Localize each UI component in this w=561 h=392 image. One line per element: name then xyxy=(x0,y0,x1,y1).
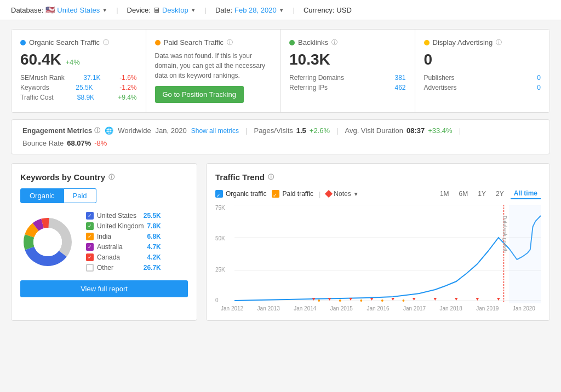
1y-button[interactable]: 1Y xyxy=(474,188,489,199)
backlinks-dot xyxy=(289,40,295,45)
organic-search-card: Organic Search Traffic ⓘ 60.4K +4% SEMru… xyxy=(12,30,146,112)
svg-point-24 xyxy=(381,299,383,302)
paid-toggle-button[interactable]: Paid xyxy=(64,188,96,203)
india-value: 6.8K xyxy=(147,233,161,240)
info-icon[interactable]: ⓘ xyxy=(227,38,233,47)
date-selector[interactable]: Date: Feb 28, 2020 ▼ xyxy=(215,6,284,14)
2y-button[interactable]: 2Y xyxy=(493,188,507,199)
info-icon[interactable]: ⓘ xyxy=(103,38,109,47)
stat-row-publishers: Publishers 0 xyxy=(424,74,541,82)
engagement-bar: Engagement Metrics ⓘ 🌐 Worldwide Jan, 20… xyxy=(11,119,550,154)
donut-svg xyxy=(20,215,75,269)
avg-visit-value: 08:37 xyxy=(407,126,425,135)
australia-checkbox[interactable] xyxy=(86,243,94,251)
uk-checkbox[interactable] xyxy=(86,222,94,230)
date-value[interactable]: Feb 28, 2020 xyxy=(234,6,277,14)
traffic-cost-val: $8.9K xyxy=(77,94,94,101)
country-legend: United States 25.5K United Kingdom 7.8K … xyxy=(86,212,161,272)
database-value[interactable]: United States xyxy=(57,6,100,14)
all-time-button[interactable]: All time xyxy=(511,188,541,199)
other-value: 26.7K xyxy=(144,264,161,272)
svg-marker-12 xyxy=(328,298,331,301)
organic-toggle-button[interactable]: Organic xyxy=(20,188,64,203)
semrush-change: -1.6% xyxy=(119,74,136,82)
highlight-region xyxy=(509,205,541,303)
publishers-val: 0 xyxy=(537,74,541,82)
info-icon[interactable]: ⓘ xyxy=(268,173,274,181)
pages-visits-change: +2.6% xyxy=(310,126,330,135)
kw-title-text: Keywords by Country xyxy=(20,172,105,182)
organic-change: +4% xyxy=(66,58,80,66)
bounce-rate-metric: Bounce Rate 68.07% -8% xyxy=(22,139,107,147)
organic-paid-toggle[interactable]: Organic Paid xyxy=(20,188,188,203)
show-all-metrics-link[interactable]: Show all metrics xyxy=(191,127,239,135)
notes-label: Notes xyxy=(334,190,351,198)
database-selector[interactable]: Database: 🇺🇸 United States ▼ xyxy=(11,5,107,14)
notes-button[interactable]: Notes ▼ xyxy=(326,190,358,198)
svg-marker-18 xyxy=(455,298,458,301)
database-label: Database: xyxy=(11,6,43,14)
stat-row-advertisers: Advertisers 0 xyxy=(424,84,541,91)
legend-us: United States 25.5K xyxy=(86,212,161,220)
legend-india: India 6.8K xyxy=(86,233,161,240)
organic-title-text: Organic Search Traffic xyxy=(29,38,100,47)
backlinks-value-text: 10.3K xyxy=(289,51,330,68)
device-value[interactable]: Desktop xyxy=(162,6,188,14)
legend-uk: United Kingdom 7.8K xyxy=(86,222,161,230)
us-checkbox[interactable] xyxy=(86,212,94,220)
advertisers-val: 0 xyxy=(537,84,541,91)
time-period-buttons[interactable]: 1M 6M 1Y 2Y All time xyxy=(437,188,541,199)
view-full-report-button[interactable]: View full report xyxy=(20,280,188,297)
other-label: Other xyxy=(97,264,140,272)
stat-row-referring-ips: Referring IPs 462 xyxy=(289,84,406,91)
currency-label: Currency: xyxy=(304,6,334,14)
info-icon[interactable]: ⓘ xyxy=(331,38,337,47)
currency-display: Currency: USD xyxy=(304,6,352,14)
svg-marker-20 xyxy=(497,298,500,301)
semrush-label: SEMrush Rank xyxy=(20,74,65,82)
australia-value: 4.7K xyxy=(147,243,161,251)
top-bar: Database: 🇺🇸 United States ▼ | Device: 🖥… xyxy=(0,0,561,20)
stat-row-semrush: SEMrush Rank 37.1K -1.6% xyxy=(20,74,137,82)
traffic-cost-change: +9.4% xyxy=(118,94,136,101)
separator: | xyxy=(205,6,207,14)
pages-visits-label: Pages/Visits xyxy=(254,126,293,135)
traffic-chart: 75K 50K 25K 0 xyxy=(215,205,541,303)
display-title: Display Advertising ⓘ xyxy=(424,38,541,47)
x-jan2015: Jan 2015 xyxy=(330,305,353,312)
display-title-text: Display Advertising xyxy=(433,38,493,47)
backlinks-card: Backlinks ⓘ 10.3K Referring Domains 381 … xyxy=(280,30,415,112)
goto-position-tracking-button[interactable]: Go to Position Tracking xyxy=(155,86,244,103)
india-checkbox[interactable] xyxy=(86,233,94,240)
bounce-rate-change: -8% xyxy=(94,139,107,147)
device-selector[interactable]: Device: 🖥 Desktop ▼ xyxy=(127,6,196,14)
globe-icon: 🌐 xyxy=(105,126,113,135)
organic-value-text: 60.4K xyxy=(20,51,61,68)
y-50k: 50K xyxy=(215,235,233,241)
notes-diamond-icon xyxy=(325,190,333,198)
organic-checkbox[interactable]: ✓ xyxy=(215,190,223,198)
paid-no-data: Data was not found. If this is your doma… xyxy=(155,51,272,80)
avg-visit-metric: Avg. Visit Duration 08:37 +33.4% xyxy=(345,126,452,135)
traffic-trend-card: Traffic Trend ⓘ ✓ Organic traffic ✓ Paid… xyxy=(206,163,550,321)
stat-row-keywords: Keywords 25.5K -1.2% xyxy=(20,84,137,91)
svg-marker-13 xyxy=(349,298,352,301)
us-label: United States xyxy=(97,212,140,220)
info-icon[interactable]: ⓘ xyxy=(108,173,115,181)
other-checkbox[interactable] xyxy=(86,264,94,272)
canada-checkbox[interactable] xyxy=(86,253,94,261)
6m-button[interactable]: 6M xyxy=(456,188,472,199)
legend-other: Other 26.7K xyxy=(86,264,161,272)
metrics-cards: Organic Search Traffic ⓘ 60.4K +4% SEMru… xyxy=(11,29,550,113)
1m-button[interactable]: 1M xyxy=(437,188,453,199)
chevron-down-icon: ▼ xyxy=(279,7,284,13)
referring-domains-val: 381 xyxy=(394,74,405,82)
display-value-text: 0 xyxy=(424,51,433,68)
organic-value: 60.4K +4% xyxy=(20,51,137,68)
info-icon[interactable]: ⓘ xyxy=(94,126,100,135)
paid-checkbox[interactable]: ✓ xyxy=(272,190,279,198)
divider: | xyxy=(245,126,247,135)
y-25k: 25K xyxy=(215,267,233,273)
keywords-label: Keywords xyxy=(20,84,49,91)
info-icon[interactable]: ⓘ xyxy=(496,38,502,47)
